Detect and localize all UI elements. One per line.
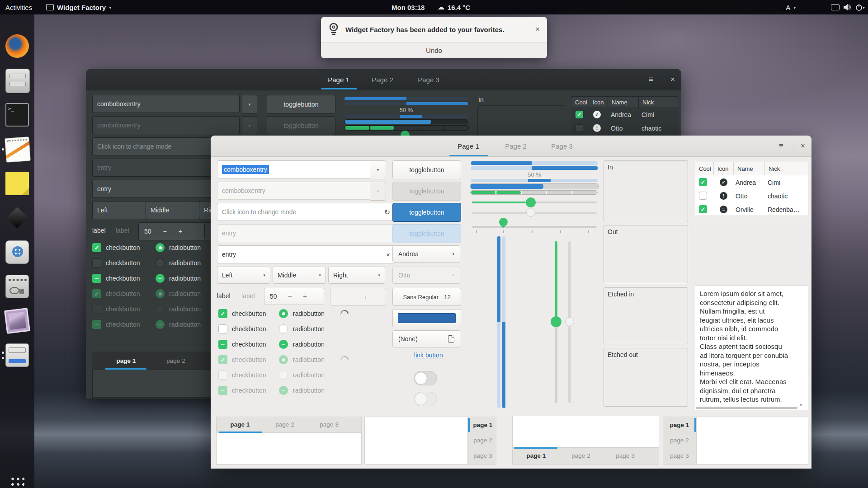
cool-checkbox-checked[interactable] [699,205,707,213]
minus-icon[interactable]: − [288,292,292,300]
tab-page1[interactable]: page 1 [470,418,496,432]
text-editor-icon[interactable] [5,136,31,163]
hscale-marks-track[interactable] [472,226,597,228]
people-table[interactable]: Cool Icon Name Nick ✓ Andrea Cimi ! Otto… [695,162,808,216]
col-header-cool[interactable]: Cool [571,96,589,108]
app-menu[interactable]: Widget Factory ▾ [46,0,111,14]
power-icon[interactable] [855,0,863,14]
checkbox-unchecked[interactable] [92,258,101,267]
checkbox-checked[interactable] [92,243,101,252]
system-menu-caret[interactable]: ▾ [863,0,865,14]
cool-checkbox-checked[interactable] [576,111,583,118]
cool-checkbox-checked[interactable] [699,178,707,186]
align-right-dropdown[interactable]: Right▾ [328,267,385,284]
col-header-icon[interactable]: Icon [714,162,734,175]
clear-icon[interactable]: × [386,251,390,258]
tab-page2[interactable]: page 2 [156,353,196,368]
align-left-dropdown[interactable]: Left▾ [217,267,270,284]
menu-icon[interactable]: ≡ [775,140,788,152]
refresh-icon[interactable]: ↻ [384,208,390,216]
volume-icon[interactable] [844,0,852,14]
front-headerbar[interactable]: Page 1 Page 2 Page 3 ≡ × [211,136,811,157]
col-header-cool[interactable]: Cool [695,162,714,175]
switch-off[interactable] [414,371,437,385]
clock[interactable]: Mon 03:18 [392,0,425,14]
align-middle-dropdown[interactable]: Middle▾ [146,201,206,219]
tab-page1[interactable]: page 1 [218,418,262,432]
firefox-icon[interactable] [5,34,29,58]
radio-mixed[interactable] [156,274,165,283]
align-left-dropdown[interactable]: Left▾ [92,201,153,219]
tab-page3[interactable]: page 3 [470,449,496,463]
vscale-knob[interactable] [551,316,561,327]
cool-checkbox-unchecked[interactable] [576,124,583,132]
front-tab-page3[interactable]: Page 3 [542,139,581,153]
plus-icon[interactable]: + [179,228,182,235]
tab-page3[interactable]: page 3 [604,449,647,463]
tab-page2[interactable]: page 2 [665,433,693,447]
back-tab-page1[interactable]: Page 1 [318,73,359,86]
radio-unselected[interactable] [156,258,165,267]
cool-checkbox-unchecked[interactable] [699,192,707,200]
front-tab-page1[interactable]: Page 1 [448,139,489,153]
tab-page2[interactable]: page 2 [263,418,307,432]
file-chooser-button[interactable]: (None) [392,330,460,347]
back-tab-page2[interactable]: Page 2 [364,73,401,86]
entry[interactable]: entry× [217,245,395,263]
keyboard-layout-menu[interactable]: _A▾ [782,0,796,14]
radio-selected[interactable] [279,309,288,318]
widget-factory-window-front[interactable]: Page 1 Page 2 Page 3 ≡ × comboboxentry ▾… [211,136,811,469]
tab-page2[interactable]: page 2 [559,449,603,463]
radio-mixed[interactable] [279,340,288,349]
checkbox-unchecked[interactable] [218,324,227,333]
close-icon[interactable]: × [535,25,540,34]
close-icon[interactable]: × [797,140,809,152]
col-header-name[interactable]: Name [734,162,765,175]
comboboxentry-input[interactable]: comboboxentry [92,95,240,113]
hscale-knob[interactable] [526,197,536,207]
inkscape-icon[interactable] [5,206,29,230]
undo-button[interactable]: Undo [321,42,547,58]
col-header-icon[interactable]: Icon [589,96,608,108]
align-middle-dropdown[interactable]: Middle▾ [273,267,326,284]
tab-page3[interactable]: page 3 [307,418,351,432]
checkbox-mixed[interactable] [218,340,227,349]
togglebutton[interactable]: togglebutton [392,160,461,179]
col-header-nick[interactable]: Nick [639,96,678,108]
chevron-down-icon[interactable]: ▾ [800,402,802,408]
font-button[interactable]: Sans Regular12 [392,288,461,306]
file-cabinet-icon[interactable] [5,69,30,93]
radio-unselected[interactable] [279,324,288,333]
mode-entry[interactable]: Click icon to change mode↻ [217,203,395,221]
horizontal-scrollbar[interactable] [696,407,797,409]
radio-selected[interactable] [156,243,165,252]
link-button[interactable]: link button [408,352,449,359]
tab-page2[interactable]: page 2 [470,433,496,447]
togglebutton[interactable]: togglebutton [267,95,335,114]
combobox-arrow-button[interactable]: ▾ [370,160,386,179]
sticky-notes-icon[interactable] [5,172,29,195]
show-applications-icon[interactable] [10,476,24,488]
color-button[interactable] [392,309,461,327]
switch-knob[interactable] [415,372,427,385]
plus-icon[interactable]: + [303,292,307,300]
togglebutton-active[interactable]: togglebutton [392,203,461,222]
combobox-arrow-button[interactable]: ▾ [242,95,257,114]
front-tab-page2[interactable]: Page 2 [496,139,535,153]
photos-icon[interactable] [4,308,30,334]
checkbox-checked[interactable] [218,309,227,318]
spinbutton[interactable]: 50−+ [264,288,324,305]
tab-page1[interactable]: page 1 [514,449,558,463]
menu-icon[interactable]: ≡ [645,73,657,86]
col-header-nick[interactable]: Nick [765,162,808,175]
tab-page1[interactable]: page 1 [101,353,151,368]
spinbutton[interactable]: 50 −+ [138,222,211,240]
lorem-textview[interactable]: Lorem ipsum dolor sit amet, consectetur … [695,286,808,410]
back-tab-page3[interactable]: Page 3 [410,73,447,86]
close-icon[interactable]: × [666,73,679,86]
weather[interactable]: ☁ 16.4 °C [438,0,470,14]
computer-icon[interactable] [5,343,29,367]
terminal-icon[interactable]: >_ [5,103,29,127]
notification-banner[interactable]: Widget Factory has been added to your fa… [321,17,547,58]
display-icon[interactable] [831,0,840,14]
